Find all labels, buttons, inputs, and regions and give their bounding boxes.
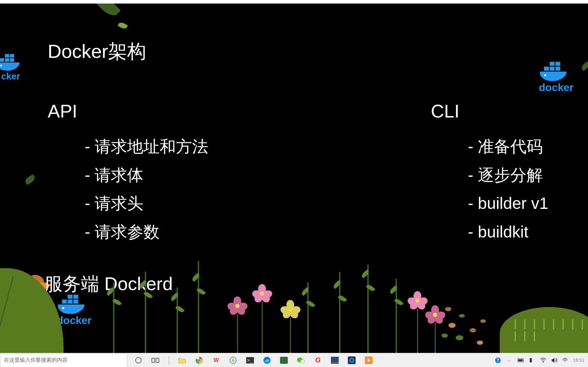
docker-logo-icon: docker bbox=[535, 56, 577, 94]
wps-icon[interactable]: W bbox=[212, 356, 220, 365]
svg-rect-20 bbox=[156, 358, 159, 362]
media-player-icon[interactable] bbox=[364, 356, 373, 365]
top-browser-bar bbox=[0, 0, 588, 4]
svg-rect-30 bbox=[280, 357, 288, 364]
slide-title: Docker架构 bbox=[48, 39, 146, 65]
svg-point-17 bbox=[62, 307, 64, 309]
svg-rect-10 bbox=[556, 62, 560, 66]
file-explorer-icon[interactable] bbox=[178, 356, 186, 365]
leaf-decoration bbox=[118, 21, 128, 30]
api-item: - 请求头 bbox=[85, 189, 208, 218]
svg-point-43 bbox=[543, 361, 544, 362]
api-header: API bbox=[48, 101, 208, 122]
task-view-icon[interactable] bbox=[151, 356, 160, 365]
svg-rect-0 bbox=[0, 58, 4, 62]
svg-point-5 bbox=[0, 65, 2, 67]
docker-logo-text: cker bbox=[0, 71, 26, 82]
svg-rect-42 bbox=[518, 359, 523, 361]
windows-taskbar[interactable]: 在这里输入你要搜索的内容 W >_ G ? ︿ 中 18:51 bbox=[0, 353, 588, 367]
cli-section: CLI - 准备代码 - 逐步分解 - builder v1 - buildki… bbox=[431, 101, 548, 246]
svg-rect-35 bbox=[348, 356, 356, 364]
leaf-decoration bbox=[24, 174, 36, 185]
svg-rect-9 bbox=[550, 62, 555, 66]
chrome-icon[interactable] bbox=[195, 356, 203, 365]
slide-subtitle: 服务端 Dockerd bbox=[44, 272, 173, 296]
api-item: - 请求地址和方法 bbox=[85, 132, 208, 161]
svg-point-11 bbox=[544, 74, 546, 76]
svg-point-18 bbox=[136, 357, 141, 363]
help-icon[interactable]: ? bbox=[495, 357, 501, 363]
api-item: - 请求体 bbox=[85, 161, 208, 189]
svg-rect-12 bbox=[62, 300, 67, 304]
svg-text:?: ? bbox=[497, 358, 499, 363]
svg-rect-2 bbox=[10, 58, 14, 62]
docker-logo-icon: cker bbox=[0, 49, 26, 82]
cli-header: CLI bbox=[431, 101, 548, 122]
clock[interactable]: 18:51 bbox=[573, 357, 584, 363]
volume-icon[interactable] bbox=[551, 357, 558, 363]
svg-rect-13 bbox=[68, 300, 73, 304]
svg-rect-6 bbox=[544, 67, 549, 71]
search-placeholder: 在这里输入你要搜索的内容 bbox=[4, 357, 67, 363]
app-icon[interactable] bbox=[280, 356, 288, 365]
edge-icon[interactable] bbox=[263, 356, 271, 365]
cortana-icon[interactable] bbox=[134, 356, 143, 365]
api-item: - 请求参数 bbox=[85, 218, 208, 246]
wifi-icon[interactable] bbox=[540, 357, 546, 363]
svg-point-24 bbox=[198, 359, 201, 361]
svg-rect-3 bbox=[5, 54, 9, 58]
taskbar-app-icons: W >_ G bbox=[134, 356, 373, 365]
battery-icon[interactable] bbox=[517, 357, 524, 363]
tray-expand-icon[interactable]: ︿ bbox=[506, 357, 512, 363]
svg-rect-8 bbox=[556, 67, 560, 71]
cli-item: - builder v1 bbox=[468, 189, 548, 218]
svg-rect-34 bbox=[331, 362, 339, 364]
presentation-slide: Docker架构 cker docker bbox=[0, 4, 588, 353]
app-icon[interactable]: G bbox=[314, 356, 322, 365]
docker-logo-text: docker bbox=[535, 82, 577, 94]
cli-item: - 准备代码 bbox=[468, 132, 548, 161]
svg-rect-19 bbox=[152, 358, 155, 362]
api-section: API - 请求地址和方法 - 请求体 - 请求头 - 请求参数 bbox=[48, 101, 208, 246]
browser-icon[interactable] bbox=[229, 356, 237, 365]
system-tray: ? ︿ 中 18:51 bbox=[495, 357, 584, 363]
app-tray-icon[interactable] bbox=[529, 357, 535, 363]
leaf-decoration bbox=[95, 4, 121, 19]
cli-item: - buildkit bbox=[468, 218, 548, 246]
svg-rect-41 bbox=[523, 360, 524, 361]
wechat-icon[interactable] bbox=[297, 356, 305, 365]
search-input[interactable]: 在这里输入你要搜索的内容 bbox=[0, 353, 127, 367]
svg-point-32 bbox=[301, 360, 305, 363]
leaf-decoration bbox=[580, 61, 588, 71]
docker-logo-text: docker bbox=[53, 314, 95, 326]
svg-rect-1 bbox=[5, 58, 9, 62]
svg-rect-4 bbox=[10, 54, 14, 58]
app-icon[interactable] bbox=[331, 356, 339, 365]
cli-item: - 逐步分解 bbox=[468, 161, 548, 189]
taskbar-separator bbox=[168, 356, 170, 365]
svg-rect-7 bbox=[550, 67, 555, 71]
terminal-icon[interactable]: >_ bbox=[246, 356, 254, 365]
svg-point-26 bbox=[232, 359, 234, 362]
ime-indicator[interactable]: 中 bbox=[563, 357, 568, 363]
svg-rect-33 bbox=[331, 357, 339, 362]
svg-rect-14 bbox=[73, 300, 78, 304]
app-icon[interactable] bbox=[348, 356, 356, 365]
svg-text:>_: >_ bbox=[247, 358, 253, 363]
